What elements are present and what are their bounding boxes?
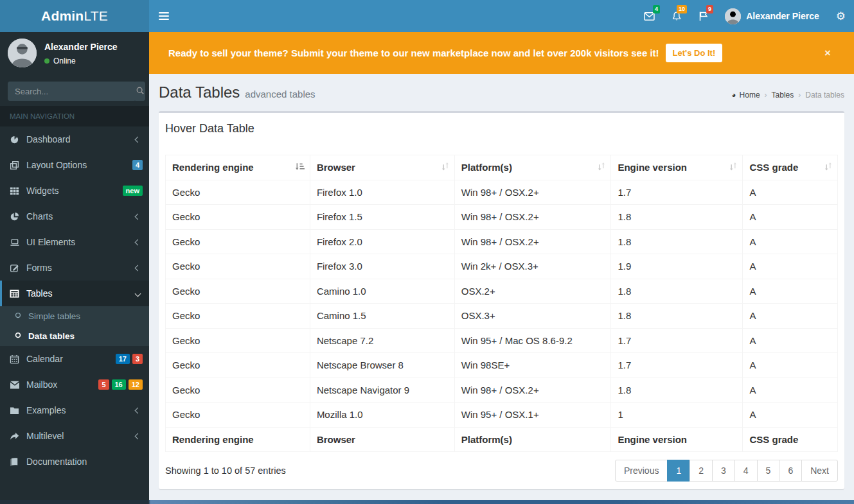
- notifications-menu[interactable]: 10: [663, 0, 690, 32]
- breadcrumb-current: Data tables: [805, 91, 844, 100]
- charts-icon: [10, 212, 26, 222]
- chevron-left-icon: [135, 239, 141, 245]
- notifications-badge: 10: [677, 5, 687, 13]
- marketplace-banner: Ready to sell your theme? Submit your th…: [149, 32, 854, 74]
- sidebar-item-dashboard[interactable]: Dashboard: [0, 126, 149, 152]
- circle-o-icon: [14, 311, 22, 321]
- forms-icon: [10, 263, 26, 273]
- pagination-page-2[interactable]: 2: [689, 460, 713, 482]
- sidebar-item-data-tables[interactable]: Data tables: [0, 326, 149, 346]
- data-table: Rendering engine Browser: [165, 155, 838, 452]
- sidebar-item-calendar[interactable]: Calendar 17 3: [0, 346, 149, 372]
- table-row[interactable]: GeckoCamino 1.5OSX.3+1.8A: [166, 304, 838, 329]
- column-header-platforms[interactable]: Platform(s): [454, 155, 611, 180]
- sidebar-item-forms[interactable]: Forms: [0, 255, 149, 281]
- tables-submenu: Simple tables Data tables: [0, 306, 149, 346]
- widgets-badge: new: [123, 186, 143, 196]
- table-info: Showing 1 to 10 of 57 entries: [165, 465, 286, 476]
- online-dot-icon: [44, 58, 49, 64]
- sidebar-item-charts[interactable]: Charts: [0, 204, 149, 229]
- top-navbar: 4 10 9 Alexander Pierce ⚙: [149, 0, 854, 32]
- sidebar-item-tables[interactable]: Tables: [0, 281, 149, 306]
- pagination-page-4[interactable]: 4: [734, 460, 758, 482]
- box-body: Rendering engine Browser: [159, 142, 844, 489]
- breadcrumb-separator: ›: [798, 91, 801, 100]
- share-icon: [10, 432, 26, 440]
- table-row[interactable]: GeckoMozilla 1.0Win 95+ / OSX.1+1A: [166, 403, 838, 428]
- pagination-page-6[interactable]: 6: [779, 460, 802, 482]
- pagination-page-5[interactable]: 5: [757, 460, 780, 482]
- chevron-left-icon: [135, 213, 141, 220]
- sidebar-item-examples[interactable]: Examples: [0, 397, 149, 423]
- main-header: AdminLTE 4 10 9: [0, 0, 854, 32]
- column-header-engine-version[interactable]: Engine version: [611, 155, 743, 180]
- column-header-rendering-engine[interactable]: Rendering engine: [166, 155, 310, 180]
- breadcrumb-separator: ›: [765, 91, 767, 100]
- table-row[interactable]: GeckoFirefox 3.0Win 2k+ / OSX.3+1.9A: [166, 254, 838, 279]
- pagination-next[interactable]: Next: [801, 460, 838, 482]
- sidebar-item-mailbox[interactable]: Mailbox 5 16 12: [0, 372, 149, 397]
- column-header-css-grade[interactable]: CSS grade: [743, 155, 838, 180]
- table-row[interactable]: GeckoFirefox 1.5Win 98+ / OSX.2+1.8A: [166, 205, 838, 230]
- logo-light-text: LTE: [84, 8, 108, 23]
- sidebar-item-multilevel[interactable]: Multilevel: [0, 423, 149, 449]
- sidebar-item-layout-options[interactable]: Layout Options 4: [0, 152, 149, 178]
- mailbox-badge-red: 5: [98, 379, 109, 390]
- sidebar-item-widgets[interactable]: Widgets new: [0, 178, 149, 204]
- search-input[interactable]: [8, 82, 135, 101]
- box-header: Hover Data Table: [159, 113, 844, 142]
- pagination: Previous 1 2 3 4 5 6 Next: [615, 460, 838, 482]
- breadcrumb-home[interactable]: ◕ Home: [731, 91, 760, 100]
- breadcrumb-tables[interactable]: Tables: [772, 91, 794, 100]
- page-subtitle: advanced tables: [245, 89, 315, 100]
- folder-icon: [10, 406, 26, 415]
- dashboard-icon: [10, 135, 26, 144]
- messages-menu[interactable]: 4: [636, 0, 663, 32]
- table-row[interactable]: GeckoNetscape Navigator 9Win 98+ / OSX.2…: [166, 378, 838, 403]
- sidebar-item-simple-tables[interactable]: Simple tables: [0, 306, 149, 326]
- sidebar-item-ui-elements[interactable]: UI Elements: [0, 229, 149, 255]
- search-icon: [136, 86, 145, 97]
- mailbox-badge-green: 16: [112, 379, 126, 390]
- sidebar-toggle-button[interactable]: [149, 0, 178, 32]
- sidebar-menu: Dashboard Layout Options 4 Widgets new: [0, 126, 149, 474]
- table-header-row: Rendering engine Browser: [166, 155, 838, 180]
- user-name: Alexander Pierce: [746, 11, 819, 21]
- hover-data-table-box: Hover Data Table Rendering engine: [159, 111, 844, 489]
- gears-icon: ⚙: [836, 11, 846, 22]
- column-header-browser[interactable]: Browser: [310, 155, 454, 180]
- sidebar-user-name: Alexander Pierce: [44, 42, 118, 52]
- chevron-left-icon: [135, 136, 141, 143]
- table-row[interactable]: GeckoCamino 1.0OSX.2+1.8A: [166, 279, 838, 304]
- table-row[interactable]: GeckoFirefox 2.0Win 98+ / OSX.2+1.8A: [166, 229, 838, 254]
- pagination-page-3[interactable]: 3: [712, 460, 735, 482]
- table-footer-row: Rendering engine Browser Platform(s) Eng…: [166, 427, 838, 452]
- user-status[interactable]: Online: [44, 56, 118, 65]
- chevron-down-icon: [135, 290, 141, 297]
- banner-cta-button[interactable]: Let's Do It!: [666, 44, 723, 62]
- page-title: Data Tables: [159, 83, 240, 101]
- bottom-edge-artifact: [0, 500, 854, 504]
- user-status-label: Online: [53, 56, 76, 65]
- control-sidebar-toggle[interactable]: ⚙: [828, 0, 854, 32]
- ui-elements-icon: [10, 238, 26, 247]
- mailbox-icon: [10, 381, 26, 389]
- sidebar-user-avatar: [8, 39, 37, 67]
- table-row[interactable]: GeckoNetscape Browser 8Win 98SE+1.7A: [166, 353, 838, 378]
- main-sidebar: Alexander Pierce Online MAIN NAVIGATION: [0, 32, 149, 504]
- layout-options-badge: 4: [132, 160, 143, 170]
- app-logo[interactable]: AdminLTE: [0, 0, 149, 32]
- user-menu[interactable]: Alexander Pierce: [716, 0, 828, 32]
- pagination-previous[interactable]: Previous: [615, 460, 668, 482]
- user-panel: Alexander Pierce Online: [0, 32, 149, 74]
- table-row[interactable]: GeckoFirefox 1.0Win 98+ / OSX.2+1.7A: [166, 180, 838, 205]
- banner-close-icon[interactable]: ×: [824, 47, 835, 60]
- messages-badge: 4: [653, 5, 660, 13]
- search-button[interactable]: [135, 82, 145, 101]
- table-row[interactable]: GeckoNetscape 7.2Win 95+ / Mac OS 8.6-9.…: [166, 328, 838, 353]
- sidebar-item-documentation[interactable]: Documentation: [0, 449, 149, 474]
- breadcrumb: ◕ Home › Tables › Data tables: [731, 91, 844, 100]
- tasks-menu[interactable]: 9: [690, 0, 716, 32]
- pagination-page-1[interactable]: 1: [667, 460, 690, 482]
- sort-asc-icon: [295, 161, 305, 174]
